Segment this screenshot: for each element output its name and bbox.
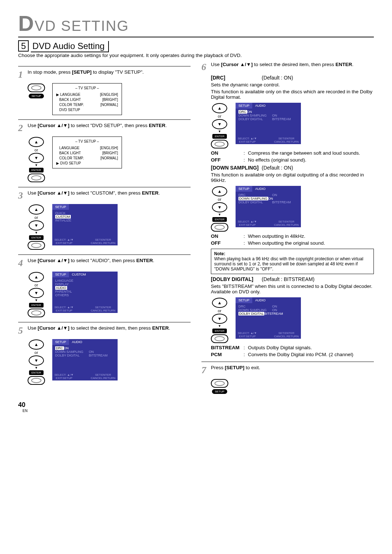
step-num: 4 bbox=[18, 258, 26, 269]
step-7: 7 Press [SETUP] to exit. SETUP bbox=[201, 362, 374, 394]
enter-button-icon[interactable] bbox=[211, 334, 228, 343]
up-button-icon[interactable] bbox=[212, 103, 227, 113]
page-number: 40 bbox=[18, 401, 374, 409]
cursor-key: [Cursor ▲/▼] bbox=[38, 190, 69, 196]
osd-custom-menu: SETUPCUSTOM LANGUAGE DISPLAY AUDIO PAREN… bbox=[52, 272, 118, 313]
remote-updown-enter: or ENTER bbox=[211, 297, 228, 343]
param-dolby-digital: [DOLBY DIGITAL] (Default : BITSTREAM) Se… bbox=[211, 276, 374, 357]
setup-button-icon[interactable] bbox=[28, 83, 45, 92]
or-label: or bbox=[34, 283, 38, 287]
up-button-icon[interactable] bbox=[29, 137, 44, 147]
enter-button-icon[interactable] bbox=[28, 376, 45, 385]
cursor-key: [Cursor ▲/▼] bbox=[38, 325, 69, 331]
opt-val: No effects (original sound). bbox=[248, 157, 306, 163]
osd-audio-drc: SETUPAUDIO DRCON DOWN SAMPLINGON DOLBY D… bbox=[236, 103, 301, 144]
opt-key: ON bbox=[211, 233, 244, 239]
osd-setup-menu: SETUP QUICK CUSTOM INITIALIZE SELECT: ▲/… bbox=[52, 204, 118, 245]
or-label: or bbox=[218, 114, 221, 118]
osd-audio-down: SETUPAUDIO DRCON DOWN SAMPLINGON DOLBY D… bbox=[236, 186, 301, 227]
down-button-icon[interactable] bbox=[212, 202, 227, 212]
enter-key: ENTER bbox=[335, 62, 352, 67]
down-button-icon[interactable] bbox=[29, 355, 44, 366]
enter-key: ENTER bbox=[149, 123, 166, 128]
or-label: or bbox=[218, 197, 221, 201]
param-name: [DOLBY DIGITAL] bbox=[211, 276, 262, 282]
down-button-icon[interactable] bbox=[29, 220, 44, 231]
tv-setup-menu: – TV SETUP – LANGUAGE[ENGLISH] BACK LIGH… bbox=[52, 137, 122, 168]
note-body: When playing back a 96 kHz disc with the… bbox=[214, 256, 363, 272]
param-drc: [DRC] (Default : ON) Sets the dynamic ra… bbox=[211, 75, 374, 163]
osd-tab: SETUP bbox=[236, 297, 252, 303]
param-default: (Default : ON) bbox=[262, 75, 293, 81]
osd-tab: AUDIO bbox=[252, 297, 269, 303]
opt-val: Outputs Dolby Digital signals. bbox=[248, 345, 312, 350]
remote-setup: SETUP bbox=[211, 379, 228, 394]
step-text: Use [Cursor ▲/▼] to select "CUSTOM", the… bbox=[28, 190, 191, 196]
up-button-icon[interactable] bbox=[29, 272, 44, 282]
param-name: [DOWN SAMPLING] bbox=[211, 165, 262, 171]
osd-tab: SETUP bbox=[52, 204, 69, 210]
setup-button-label: SETUP bbox=[212, 389, 228, 394]
enter-button-icon[interactable] bbox=[211, 223, 228, 232]
note-title: Note: bbox=[214, 251, 225, 256]
up-button-icon[interactable] bbox=[29, 204, 44, 215]
opt-key: BITSTREAM bbox=[211, 345, 244, 350]
up-button-icon[interactable] bbox=[212, 186, 227, 196]
osd-tab: SETUP bbox=[236, 186, 252, 192]
up-button-icon[interactable] bbox=[29, 339, 44, 350]
step-num: 1 bbox=[18, 69, 26, 80]
or-label: or bbox=[218, 309, 221, 313]
osd-tab: AUDIO bbox=[252, 103, 269, 109]
enter-button-label: ENTER bbox=[29, 370, 43, 375]
menu-title: – TV SETUP – bbox=[56, 139, 118, 144]
down-button-icon[interactable] bbox=[212, 314, 227, 324]
header-text: VD SETTING bbox=[34, 18, 129, 34]
down-button-icon[interactable] bbox=[29, 288, 44, 298]
enter-button-icon[interactable] bbox=[28, 309, 45, 317]
tv-setup-menu: – TV SETUP – ▶ LANGUAGE[ENGLISH] BACK LI… bbox=[52, 83, 122, 115]
menu-title: – TV SETUP – bbox=[56, 86, 118, 91]
opt-key: OFF bbox=[211, 240, 244, 246]
step-num: 5 bbox=[18, 325, 26, 336]
step-text: Use [Cursor ▲/▼] to select the desired i… bbox=[28, 325, 191, 331]
enter-button-label: ENTER bbox=[29, 303, 43, 307]
cursor-key: [Cursor ▲/▼] bbox=[221, 62, 253, 67]
setup-key: [SETUP] bbox=[225, 365, 244, 370]
param-default: (Default : ON) bbox=[262, 165, 293, 171]
enter-button-label: ENTER bbox=[212, 134, 226, 139]
osd-audio-menu: SETUPAUDIO DRCON DOWN SAMPLINGON DOLBY D… bbox=[52, 339, 118, 380]
arrow-down-icon bbox=[35, 163, 38, 167]
opt-val: When outputting the original sound. bbox=[248, 240, 325, 246]
page-lang: EN bbox=[23, 409, 374, 413]
enter-button-icon[interactable] bbox=[28, 241, 45, 250]
cursor-icon: ▶ bbox=[56, 92, 59, 97]
or-label: or bbox=[34, 148, 38, 152]
setup-button-label: SETUP bbox=[29, 94, 44, 98]
enter-key: ENTER bbox=[152, 325, 169, 331]
arrow-down-icon bbox=[218, 213, 221, 216]
up-button-icon[interactable] bbox=[212, 298, 227, 308]
osd-tab: SETUP bbox=[52, 339, 69, 345]
param-down-sampling: [DOWN SAMPLING] (Default : ON) This func… bbox=[211, 165, 374, 274]
opt-key: PCM bbox=[211, 352, 244, 357]
step-num: 6 bbox=[201, 62, 209, 73]
step-3: 3 Use [Cursor ▲/▼] to select "CUSTOM", t… bbox=[18, 187, 191, 250]
down-button-icon[interactable] bbox=[29, 153, 44, 163]
enter-button-icon[interactable] bbox=[28, 174, 45, 182]
enter-button-label: ENTER bbox=[212, 329, 226, 333]
header-prefix: D bbox=[18, 11, 34, 36]
enter-button-label: ENTER bbox=[29, 235, 43, 240]
setup-button-icon[interactable] bbox=[211, 379, 228, 388]
section-num: 5 bbox=[18, 40, 29, 52]
down-button-icon[interactable] bbox=[212, 119, 227, 129]
setup-key: [SETUP] bbox=[72, 69, 91, 75]
opt-key: OFF bbox=[211, 157, 244, 163]
remote-updown-enter: or ENTER bbox=[28, 272, 45, 318]
arrow-down-icon bbox=[35, 298, 38, 302]
param-default: (Default : BITSTREAM) bbox=[262, 276, 314, 282]
param-desc: This function is available only on digit… bbox=[211, 172, 374, 183]
enter-button-icon[interactable] bbox=[211, 140, 228, 148]
osd-audio-dolby: SETUPAUDIO DRCON DOWN SAMPLINGON DOLBY D… bbox=[236, 297, 301, 339]
intro-text: Choose the appropriate audio settings fo… bbox=[18, 53, 374, 58]
step-text: Use [Cursor ▲/▼] to select "AUDIO", then… bbox=[28, 258, 191, 263]
